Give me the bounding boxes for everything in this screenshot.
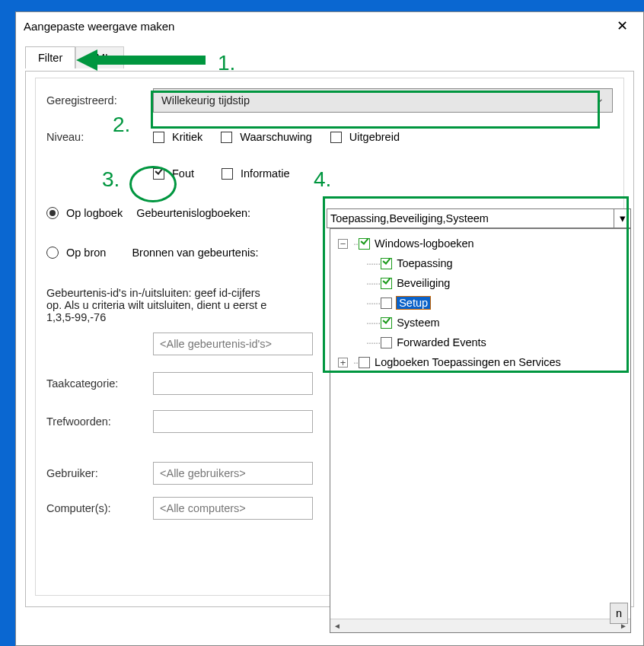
label-computers: Computer(s): [46, 502, 153, 514]
svg-marker-0 [76, 49, 206, 71]
annotation-number-3: 3. [102, 167, 120, 192]
label-level: Niveau: [46, 131, 153, 143]
tree-label: Windows-logboeken [375, 237, 474, 250]
computers-input[interactable]: <Alle computers> [153, 497, 313, 520]
checkbox-verbose[interactable]: Uitgebreid [330, 131, 400, 143]
tree-dots: ······ [366, 297, 380, 309]
dialog-window: Aangepaste weergave maken ✕ Filter XML G… [15, 11, 644, 646]
radio-bysource-label: Op bron [66, 247, 106, 259]
tree-checkbox[interactable] [359, 238, 370, 250]
checkbox-icon [222, 168, 233, 180]
tree-node-security[interactable]: ······ Beveiliging [365, 273, 627, 293]
label-taskcat: Taakcategorie: [46, 377, 153, 390]
tree-checkbox[interactable] [381, 317, 392, 329]
tree-node-app-services[interactable]: + ·· Logboeken Toepassingen en Services [338, 352, 627, 372]
annotation-number-2: 2. [113, 113, 130, 137]
event-ids-input[interactable]: <Alle gebeurtenis-id's> [153, 333, 313, 355]
chevron-down-icon[interactable]: ▾ [614, 209, 630, 228]
collapse-icon[interactable]: − [338, 239, 348, 249]
dialog-title: Aangepaste weergave maken [24, 20, 174, 33]
checkbox-info[interactable]: Informatie [222, 167, 289, 180]
tab-filter[interactable]: Filter [25, 46, 75, 68]
annotation-arrow [76, 47, 206, 73]
tree-dots: ······ [366, 257, 380, 269]
level-verbose-label: Uitgebreid [349, 131, 400, 143]
radio-by-logbook[interactable]: Op logboek [46, 207, 123, 219]
radio-bylog-label: Op logboek [66, 207, 123, 219]
checkbox-error[interactable]: Fout [153, 167, 194, 180]
titlebar: Aangepaste weergave maken ✕ [16, 12, 643, 40]
checkbox-icon [153, 168, 164, 180]
tree-node-application[interactable]: ······ Toepassing [365, 253, 627, 273]
tree-node-forwarded[interactable]: ······ Forwarded Events [365, 333, 627, 352]
radio-icon [46, 247, 59, 259]
tree-label: Setup [397, 297, 430, 309]
tree-label: Beveiliging [397, 277, 450, 289]
label-sources: Bronnen van gebeurtenis: [132, 247, 258, 259]
checkbox-critical[interactable]: Kritiek [153, 131, 202, 143]
taskcat-combo[interactable] [153, 372, 313, 395]
level-info-label: Informatie [241, 167, 289, 180]
user-input[interactable]: <Alle gebruikers> [153, 462, 313, 485]
keywords-combo[interactable] [153, 410, 313, 433]
tree-checkbox[interactable] [381, 278, 392, 289]
tree-node-windows-logs[interactable]: − ·· Windows-logboeken [338, 234, 627, 253]
level-warning-label: Waarschuwing [240, 131, 312, 143]
ids-placeholder: <Alle gebeurtenis-id's> [160, 338, 272, 350]
radio-icon [46, 207, 59, 219]
registered-combo[interactable]: Willekeurig tijdstip [153, 88, 613, 113]
tree-dots: ·· [353, 356, 358, 368]
level-critical-label: Kritiek [172, 131, 202, 143]
tree-checkbox[interactable] [381, 298, 392, 309]
tree-checkbox[interactable] [359, 357, 370, 368]
expand-icon[interactable]: + [338, 358, 348, 368]
radio-by-source[interactable]: Op bron [46, 247, 106, 259]
tree-dots: ······ [366, 277, 380, 289]
checkbox-icon [330, 132, 342, 143]
label-registered: Geregistreerd: [46, 94, 153, 107]
tree-node-setup[interactable]: ······ Setup [365, 293, 627, 313]
checkbox-icon [221, 132, 232, 143]
level-error-label: Fout [172, 167, 194, 180]
footer-button[interactable]: n [610, 603, 628, 624]
tree-label: Toepassing [397, 257, 452, 269]
horizontal-scrollbar[interactable]: ◄ ► [330, 619, 630, 632]
tree-node-system[interactable]: ······ Systeem [365, 313, 627, 333]
tree-label: Systeem [397, 317, 439, 329]
tree-checkbox[interactable] [381, 258, 392, 269]
computers-placeholder: <Alle computers> [160, 502, 246, 514]
label-user: Gebruiker: [46, 467, 153, 479]
tree-label: Forwarded Events [397, 336, 486, 348]
annotation-number-4: 4. [314, 167, 331, 192]
tree-dots: ······ [366, 317, 380, 329]
checkbox-icon [153, 132, 164, 143]
label-keywords: Trefwoorden: [46, 415, 153, 428]
tree-checkbox[interactable] [381, 337, 392, 348]
annotation-number-1: 1. [218, 51, 235, 75]
scroll-left-icon[interactable]: ◄ [330, 619, 344, 632]
close-icon[interactable]: ✕ [609, 14, 636, 37]
eventlogs-value: Toepassing,Beveiliging,Systeem [330, 212, 489, 224]
checkbox-warning[interactable]: Waarschuwing [221, 131, 312, 143]
user-placeholder: <Alle gebruikers> [160, 467, 246, 479]
tree-label: Logboeken Toepassingen en Services [375, 356, 561, 368]
registered-value: Willekeurig tijdstip [161, 94, 250, 107]
label-eventlogs: Gebeurtenislogboeken: [136, 207, 250, 219]
eventlogs-tree-popup: − ·· Windows-logboeken ······ Toepassing… [330, 228, 631, 633]
tree-dots: ······ [366, 336, 380, 348]
tree-dots: ·· [353, 237, 358, 250]
eventlogs-combo[interactable]: Toepassing,Beveiliging,Systeem ▾ [327, 208, 631, 228]
